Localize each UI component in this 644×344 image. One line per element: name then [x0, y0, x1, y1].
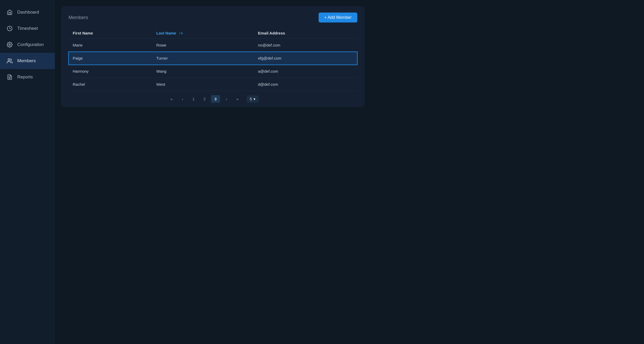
members-icon: [6, 58, 13, 64]
cell-email-0: no@def.com: [254, 39, 357, 52]
pagination-page-2[interactable]: 2: [200, 95, 209, 103]
pagination-page-1[interactable]: 1: [189, 95, 198, 103]
cell-first_name-2: Harmony: [69, 65, 152, 78]
cell-email-3: d@def.com: [254, 78, 357, 91]
sidebar-item-configuration[interactable]: Configuration: [0, 37, 55, 53]
pagination: « ‹ 1 2 3 › » 5 ▾: [69, 91, 357, 107]
add-member-button[interactable]: + Add Member: [319, 13, 358, 22]
col-last-name[interactable]: Last Name ↑≡: [152, 28, 254, 39]
table-row[interactable]: PaigeTurnerefg@def.com: [69, 52, 357, 65]
table-header-row: First Name Last Name ↑≡ Email Address: [69, 28, 357, 39]
cell-last_name-2: Wang: [152, 65, 254, 78]
sidebar-item-members[interactable]: Members: [0, 53, 55, 69]
table-row[interactable]: HarmonyWanga@def.com: [69, 65, 357, 78]
pagination-page-3[interactable]: 3: [211, 95, 220, 103]
cell-first_name-0: Marie: [69, 39, 152, 52]
pagination-last[interactable]: »: [233, 95, 242, 103]
pagination-prev[interactable]: ‹: [178, 95, 187, 103]
sidebar-label-configuration: Configuration: [17, 42, 44, 47]
home-icon: [6, 9, 13, 16]
cell-last_name-3: West: [152, 78, 254, 91]
main-content: Members + Add Member First Name Last Nam…: [55, 0, 644, 344]
sidebar-label-dashboard: Dashboard: [17, 10, 39, 15]
sidebar-label-timesheet: Timesheet: [17, 26, 38, 31]
pagination-first[interactable]: «: [167, 95, 176, 103]
table-row[interactable]: MarieRoweno@def.com: [69, 39, 357, 52]
sidebar-label-members: Members: [17, 58, 36, 64]
col-email: Email Address: [254, 28, 357, 39]
members-card: Members + Add Member First Name Last Nam…: [61, 6, 365, 107]
sidebar-item-timesheet[interactable]: Timesheet: [0, 20, 55, 37]
members-table: First Name Last Name ↑≡ Email Address Ma…: [69, 28, 357, 91]
table-row[interactable]: RachelWestd@def.com: [69, 78, 357, 91]
sidebar-label-reports: Reports: [17, 74, 33, 80]
pagination-next[interactable]: ›: [222, 95, 231, 103]
gear-icon: [6, 41, 13, 48]
reports-icon: [6, 74, 13, 81]
sidebar-item-reports[interactable]: Reports: [0, 69, 55, 85]
svg-point-2: [8, 59, 10, 61]
svg-point-1: [9, 44, 10, 45]
cell-first_name-3: Rachel: [69, 78, 152, 91]
col-first-name: First Name: [69, 28, 152, 39]
cell-email-1: efg@def.com: [254, 52, 357, 65]
per-page-value: 5: [250, 97, 252, 101]
per-page-selector[interactable]: 5 ▾: [247, 95, 259, 103]
card-header: Members + Add Member: [69, 13, 357, 22]
cell-first_name-1: Paige: [69, 52, 152, 65]
cell-email-2: a@def.com: [254, 65, 357, 78]
cell-last_name-0: Rowe: [152, 39, 254, 52]
sort-icon: ↑≡: [179, 31, 183, 35]
clock-icon: [6, 25, 13, 32]
sidebar: Dashboard Timesheet Configuration: [0, 0, 55, 344]
sidebar-item-dashboard[interactable]: Dashboard: [0, 4, 55, 20]
card-title: Members: [69, 15, 88, 20]
chevron-down-icon: ▾: [253, 97, 256, 101]
cell-last_name-1: Turner: [152, 52, 254, 65]
